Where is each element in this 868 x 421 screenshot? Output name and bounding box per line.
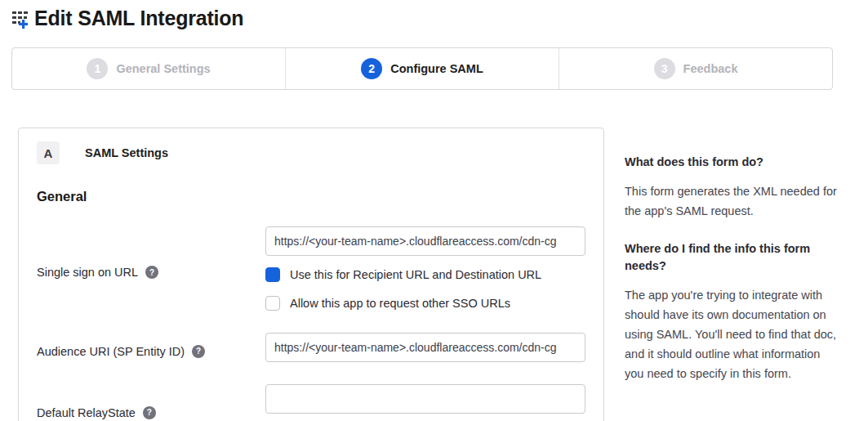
app-grid-add-icon: [11, 8, 31, 29]
step-label: General Settings: [116, 62, 210, 75]
recipient-url-checkbox-label: Use this for Recipient URL and Destinati…: [290, 268, 541, 281]
step-number: 3: [654, 58, 675, 79]
help-heading-where: Where do I find the info this form needs…: [625, 240, 839, 275]
page-header: Edit SAML Integration: [0, 0, 868, 30]
step-general-settings[interactable]: 1 General Settings: [12, 48, 285, 89]
general-group-title: General: [37, 189, 584, 204]
saml-settings-panel: A SAML Settings General Single sign on U…: [18, 128, 604, 421]
audience-uri-row: Audience URI (SP Entity ID) ?: [37, 333, 584, 362]
recipient-url-checkbox-row: Use this for Recipient URL and Destinati…: [265, 267, 585, 282]
step-feedback[interactable]: 3 Feedback: [559, 48, 832, 89]
step-number: 1: [87, 58, 108, 79]
relay-state-help-icon[interactable]: ?: [143, 406, 156, 419]
step-number: 2: [361, 58, 382, 79]
panel-header: A SAML Settings: [37, 141, 584, 164]
sso-url-row: Single sign on URL ? Use this for Recipi…: [37, 226, 584, 311]
relay-state-row: Default RelayState ? If no value is set,…: [37, 384, 584, 421]
audience-uri-field-col: [265, 333, 585, 362]
section-title: SAML Settings: [85, 146, 168, 159]
sso-url-input[interactable]: [265, 226, 585, 256]
other-sso-urls-checkbox-label: Allow this app to request other SSO URLs: [290, 297, 510, 310]
sso-url-label: Single sign on URL: [37, 266, 138, 279]
other-sso-urls-checkbox[interactable]: [265, 296, 280, 311]
help-heading-what: What does this form do?: [625, 154, 839, 171]
relay-state-field-col: If no value is set, a blank RelayState i…: [265, 384, 585, 421]
other-sso-urls-checkbox-row: Allow this app to request other SSO URLs: [265, 296, 585, 311]
section-a-badge: A: [37, 141, 60, 164]
relay-state-input[interactable]: [265, 384, 585, 414]
help-sidebar: What does this form do? This form genera…: [625, 128, 839, 403]
main-content: A SAML Settings General Single sign on U…: [18, 128, 868, 421]
step-label: Feedback: [683, 62, 738, 75]
wizard-stepper: 1 General Settings 2 Configure SAML 3 Fe…: [11, 47, 833, 90]
relay-state-label: Default RelayState: [37, 406, 136, 419]
relay-state-label-col: Default RelayState ?: [37, 384, 265, 421]
step-label: Configure SAML: [390, 62, 483, 75]
page-title: Edit SAML Integration: [34, 7, 243, 30]
step-configure-saml[interactable]: 2 Configure SAML: [285, 48, 559, 89]
audience-uri-input[interactable]: [265, 333, 585, 362]
sso-url-label-col: Single sign on URL ?: [37, 226, 265, 311]
sso-url-help-icon[interactable]: ?: [145, 266, 158, 279]
recipient-url-checkbox[interactable]: [265, 267, 280, 282]
audience-uri-label-col: Audience URI (SP Entity ID) ?: [37, 333, 265, 362]
help-body-what: This form generates the XML needed for t…: [625, 181, 839, 221]
audience-uri-help-icon[interactable]: ?: [192, 345, 205, 358]
sso-url-field-col: Use this for Recipient URL and Destinati…: [265, 226, 585, 311]
audience-uri-label: Audience URI (SP Entity ID): [37, 345, 185, 358]
help-body-where: The app you're trying to integrate with …: [625, 285, 839, 383]
